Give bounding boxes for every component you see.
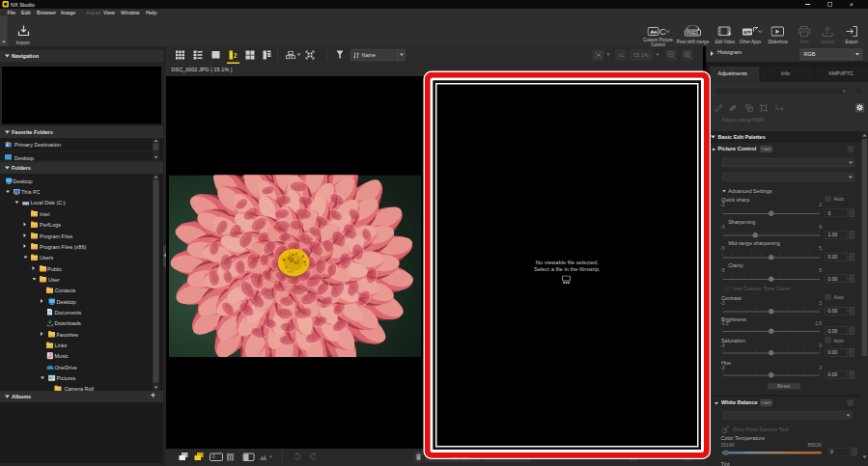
- svg-text:2: 2: [234, 52, 238, 59]
- svg-text:PIXEL: PIXEL: [686, 31, 699, 36]
- svg-text:APP: APP: [743, 30, 752, 35]
- svg-text:C: C: [659, 26, 666, 37]
